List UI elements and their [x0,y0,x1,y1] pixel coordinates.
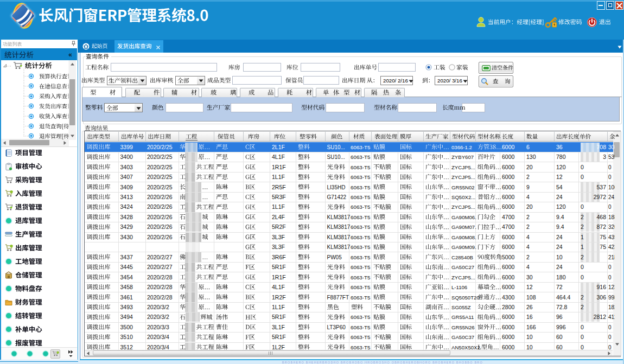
svg-text:6063-T5: 6063-T5 [351,284,371,290]
svg-text:3510: 3510 [120,334,133,340]
svg-text:6000: 6000 [502,244,515,250]
svg-text:GR55N02: GR55N02 [451,184,475,190]
svg-text:6000: 6000 [502,164,515,170]
svg-text:3424: 3424 [120,203,133,210]
svg-text:6000: 6000 [502,144,515,150]
svg-text:6063-T5: 6063-T5 [351,224,371,230]
svg-text:3413: 3413 [120,194,133,200]
svg-text:PW05: PW05 [327,254,342,260]
svg-text:2R5F: 2R5F [272,184,286,190]
svg-text:6000: 6000 [502,334,515,340]
svg-text:1: 1 [581,244,584,250]
svg-text:6000: 6000 [502,184,515,190]
svg-text:GA90M07.: GA90M07. [451,224,476,230]
svg-text:6063-T5: 6063-T5 [351,204,371,210]
svg-text:872: 872 [596,223,606,230]
svg-text:3493: 3493 [120,304,133,310]
svg-text:L-1106: L-1106 [451,284,467,290]
svg-text:KLM3817: KLM3817 [327,244,351,250]
svg-text:3428: 3428 [120,214,133,220]
svg-text:537: 537 [596,184,606,190]
svg-text:9.4: 9.4 [556,223,564,230]
svg-text:306: 306 [596,294,606,301]
svg-text:36: 36 [556,144,563,150]
svg-text:G71422: G71422 [327,194,347,200]
svg-text:3512: 3512 [120,344,133,350]
svg-text:ZYCJP5...: ZYCJP5... [451,174,475,180]
svg-text:2020/2/25: 2020/2/25 [147,144,173,150]
svg-text:0: 0 [581,334,584,340]
svg-text:2020/3/2: 2020/3/2 [147,314,169,320]
svg-text:3081: 3081 [608,144,621,150]
svg-text:12: 12 [526,284,533,290]
svg-text:SG055Z: SG055Z [451,304,471,310]
svg-text:2020/2/26: 2020/2/26 [147,203,173,210]
svg-text:1R2F: 1R2F [272,294,286,301]
svg-text:468: 468 [596,214,606,220]
svg-text:16: 16 [526,314,533,320]
svg-text:3400: 3400 [120,154,133,160]
svg-text:6063-T5: 6063-T5 [351,274,371,280]
svg-text:26: 26 [526,304,533,310]
svg-text:6063-T5: 6063-T5 [351,344,371,350]
svg-text:10: 10 [556,254,563,260]
svg-text:2020/3/4: 2020/3/4 [147,334,169,340]
svg-text:464.4: 464.4 [556,294,570,301]
svg-text:1L1F: 1L1F [272,174,285,180]
svg-text:180: 180 [556,274,566,280]
svg-text:9.4: 9.4 [556,214,564,220]
svg-text:4: 4 [526,244,530,250]
svg-text:2020/2/26: 2020/2/26 [147,214,173,220]
svg-text:GR55N26: GR55N26 [451,324,475,330]
svg-text:120: 120 [556,203,566,210]
svg-text:6000: 6000 [502,203,515,210]
svg-text:0: 0 [581,174,584,180]
svg-text:2: 2 [526,223,530,230]
svg-text:6063-T5: 6063-T5 [351,254,371,260]
svg-text:0366-1.2: 0366-1.2 [451,144,472,150]
svg-text:AN50X50X2: AN50X50X2 [451,344,480,350]
svg-text:996: 996 [556,324,566,330]
svg-text:0: 0 [581,274,584,280]
svg-text:1R1F: 1R1F [272,274,286,280]
svg-text:2020/2/27: 2020/2/27 [147,254,173,260]
svg-text:ZYBY607: ZYBY607 [451,154,474,160]
svg-text:2L4F: 2L4F [272,214,285,220]
svg-text:24: 24 [556,244,563,250]
svg-text:6063-T5: 6063-T5 [351,164,371,170]
svg-text:3445: 3445 [120,264,133,270]
svg-text:6000: 6000 [502,274,515,280]
svg-text:60: 60 [556,344,563,350]
svg-text:2020/2/28: 2020/2/28 [147,294,173,301]
svg-text:708: 708 [596,144,606,150]
svg-text:2: 2 [581,294,584,301]
svg-text:3458: 3458 [120,284,133,290]
svg-text:4L1F: 4L1F [272,284,285,290]
svg-text:ZYCJP5...: ZYCJP5... [451,274,475,280]
svg-text:2020/2/27: 2020/2/27 [147,264,173,270]
svg-text:2: 2 [581,214,584,220]
svg-text:GA50C37: GA50C37 [451,334,474,340]
svg-text:2020/2/26: 2020/2/26 [147,194,173,200]
svg-text:24: 24 [556,264,563,270]
svg-text:KLM3817: KLM3817 [327,224,351,230]
svg-text:2020/2/25: 2020/2/25 [147,164,173,170]
svg-text:3500: 3500 [120,324,133,330]
svg-text:LI35HD: LI35HD [327,184,346,190]
svg-text:SU10...: SU10... [327,144,345,150]
svg-text:2020/2/26: 2020/2/26 [147,223,173,230]
svg-text:2020/2/28: 2020/2/28 [147,284,173,290]
svg-text:0: 0 [608,334,612,340]
svg-text:10: 10 [526,334,533,340]
svg-text:2: 2 [581,254,584,260]
svg-text:1821: 1821 [608,304,621,310]
svg-text:C28540B: C28540B [451,254,473,260]
svg-text:5R1F: 5R1F [272,334,286,340]
svg-text:2020/2/25: 2020/2/25 [147,174,173,180]
svg-text:0: 0 [608,174,612,180]
svg-text:0: 0 [608,324,612,330]
svg-text:3R6F: 3R6F [272,254,286,260]
svg-text:6063-T5: 6063-T5 [351,154,371,160]
svg-text:GA90M09.: GA90M09. [451,244,476,250]
svg-text:20: 20 [526,203,533,210]
